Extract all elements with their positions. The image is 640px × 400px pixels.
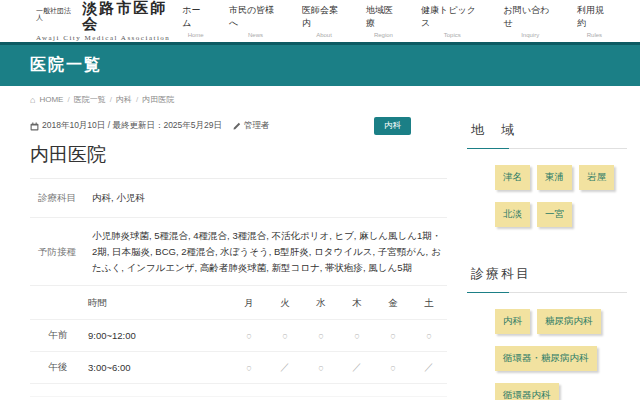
info-label: 診療科目 <box>30 179 84 217</box>
schedule-mark: ○ <box>303 320 339 352</box>
nav-label: 地域医療 <box>366 4 401 30</box>
info-row-departments: 診療科目 内科, 小児科 <box>30 179 447 218</box>
period-time: 9:00~12:00 <box>86 320 231 352</box>
breadcrumb-separator: / <box>110 95 112 104</box>
nav-item-inquiry[interactable]: お問い合わせ Inquiry <box>503 4 556 38</box>
sidebar-region-title: 地 域 <box>467 121 635 139</box>
day-header-mon: 月 <box>231 288 267 320</box>
nav-sublabel: Region <box>374 32 393 38</box>
info-label: 予防接種 <box>30 233 84 271</box>
period-label: 午後 <box>30 352 86 384</box>
period-label: 午前 <box>30 320 86 352</box>
sidebar-section-departments: 診療科目 内科 糖尿病内科 循環器・糖尿病内科 循環器内科 消化器内科 糖尿病・… <box>467 265 635 400</box>
department-tag-internal[interactable]: 内科 <box>495 309 530 334</box>
region-tag-iwaya[interactable]: 岩屋 <box>579 165 614 190</box>
sidebar-title-rule <box>467 148 627 149</box>
schedule-mark: ／ <box>411 352 447 384</box>
schedule-table: 時間 月 火 水 木 金 土 午前 9:00~12:00 ○ ○ ○ ○ ○ <box>30 288 447 384</box>
main-nav: ホーム Home 市民の皆様へ News 医師会案内 About 地域医療 Re… <box>182 4 612 38</box>
region-tag-list: 津名 東浦 岩屋 北淡 一宮 <box>495 165 633 239</box>
breadcrumb-home[interactable]: HOME <box>39 95 63 104</box>
nav-sublabel: Rules <box>587 32 602 38</box>
day-header-wed: 水 <box>303 288 339 320</box>
pencil-icon <box>232 122 241 131</box>
breadcrumb-category[interactable]: 内科 <box>116 94 132 105</box>
department-tag-cardiology[interactable]: 循環器内科 <box>495 383 559 400</box>
org-name: 淡路市医師会 <box>82 0 182 33</box>
schedule-mark: ／ <box>267 352 303 384</box>
schedule-mark: ○ <box>231 352 267 384</box>
nav-label: ホーム <box>182 4 209 30</box>
nav-item-home[interactable]: ホーム Home <box>182 4 209 38</box>
nav-sublabel: News <box>248 32 263 38</box>
nav-item-news[interactable]: 市民の皆様へ News <box>229 4 282 38</box>
schedule-mark: ○ <box>303 352 339 384</box>
nav-sublabel: About <box>316 32 332 38</box>
breadcrumb: ⌂ HOME / 医院一覧 / 内科 / 内田医院 <box>0 86 640 105</box>
nav-sublabel: Topics <box>444 32 461 38</box>
nav-item-rules[interactable]: 利用規約 Rules <box>577 4 612 38</box>
page-title: 医院一覧 <box>30 55 102 76</box>
schedule-mark: ○ <box>375 320 411 352</box>
sidebar-section-region: 地 域 津名 東浦 岩屋 北淡 一宮 <box>467 121 635 239</box>
nav-label: 健康トピックス <box>421 4 483 30</box>
org-name-en: Awaji City Medical Association <box>36 35 182 43</box>
period-time: 3:00~6:00 <box>86 352 231 384</box>
schedule-row-afternoon: 午後 3:00~6:00 ○ ／ ○ ／ ○ ／ <box>30 352 447 384</box>
nav-sublabel: Home <box>188 32 204 38</box>
breadcrumb-separator: / <box>136 95 138 104</box>
time-column-header: 時間 <box>86 288 231 320</box>
site-header: 一般社団法人 淡路市医師会 Awaji City Medical Associa… <box>0 0 640 42</box>
section-divider <box>30 396 447 400</box>
day-header-fri: 金 <box>375 288 411 320</box>
day-header-tue: 火 <box>267 288 303 320</box>
region-tag-higashiura[interactable]: 東浦 <box>537 165 572 190</box>
schedule-header-row: 時間 月 火 水 木 金 土 <box>30 288 447 320</box>
nav-label: 市民の皆様へ <box>229 4 282 30</box>
sidebar-departments-title: 診療科目 <box>467 265 635 283</box>
info-value: 小児肺炎球菌, 5種混合, 4種混合, 3種混合, 不活化ポリオ, ヒブ, 麻し… <box>84 218 447 285</box>
schedule-mark: ○ <box>339 320 375 352</box>
info-value: 内科, 小児科 <box>84 180 447 216</box>
org-prefix: 一般社団法人 <box>36 8 77 23</box>
sidebar-title-rule <box>467 292 627 293</box>
schedule-mark: ○ <box>267 320 303 352</box>
schedule-body: 午前 9:00~12:00 ○ ○ ○ ○ ○ ○ 午後 3:00~6:00 ○… <box>30 320 447 384</box>
department-tag-list: 内科 糖尿病内科 循環器・糖尿病内科 循環器内科 消化器内科 糖尿病・甲状腺内科 <box>495 309 633 400</box>
nav-label: 利用規約 <box>577 4 612 30</box>
region-tag-tsuna[interactable]: 津名 <box>495 165 530 190</box>
region-tag-hokudan[interactable]: 北淡 <box>495 202 530 227</box>
department-tag-cardio-diabetes[interactable]: 循環器・糖尿病内科 <box>495 346 597 371</box>
schedule-mark: ／ <box>339 352 375 384</box>
info-row-vaccinations: 予防接種 小児肺炎球菌, 5種混合, 4種混合, 3種混合, 不活化ポリオ, ヒ… <box>30 218 447 286</box>
breadcrumb-separator: / <box>67 95 69 104</box>
site-logo[interactable]: 一般社団法人 淡路市医師会 Awaji City Medical Associa… <box>36 0 182 42</box>
nav-sublabel: Inquiry <box>521 32 539 38</box>
author-name: 管理者 <box>244 120 270 132</box>
calendar-icon <box>30 122 39 131</box>
category-badge[interactable]: 内科 <box>374 117 411 135</box>
schedule-mark: ○ <box>375 352 411 384</box>
home-icon: ⌂ <box>30 95 35 105</box>
sidebar: 地 域 津名 東浦 岩屋 北淡 一宮 診療科目 内科 糖尿病内科 循環器・糖尿病… <box>467 117 635 400</box>
nav-item-about[interactable]: 医師会案内 About <box>302 4 346 38</box>
breadcrumb-current: 内田医院 <box>142 94 174 105</box>
department-tag-diabetes[interactable]: 糖尿病内科 <box>537 309 601 334</box>
clinic-name-title: 内田医院 <box>30 142 447 179</box>
breadcrumb-clinic-list[interactable]: 医院一覧 <box>74 94 106 105</box>
schedule-corner-cell <box>30 288 86 320</box>
schedule-row-morning: 午前 9:00~12:00 ○ ○ ○ ○ ○ ○ <box>30 320 447 352</box>
logo-text-row: 一般社団法人 淡路市医師会 <box>36 0 182 33</box>
nav-item-region[interactable]: 地域医療 Region <box>366 4 401 38</box>
nav-label: お問い合わせ <box>503 4 556 30</box>
nav-label: 医師会案内 <box>302 4 346 30</box>
nav-item-topics[interactable]: 健康トピックス Topics <box>421 4 483 38</box>
region-tag-ichinomiya[interactable]: 一宮 <box>537 202 572 227</box>
content-area: 2018年10月10日 / 最終更新日：2025年5月29日 管理者 内科 内田… <box>0 105 640 400</box>
page-banner: 医院一覧 <box>0 42 640 86</box>
clinic-article: 2018年10月10日 / 最終更新日：2025年5月29日 管理者 内科 内田… <box>30 117 447 400</box>
meta-dates: 2018年10月10日 / 最終更新日：2025年5月29日 <box>42 120 222 132</box>
schedule-mark: ○ <box>231 320 267 352</box>
meta-author: 管理者 <box>232 120 270 132</box>
day-header-sat: 土 <box>411 288 447 320</box>
